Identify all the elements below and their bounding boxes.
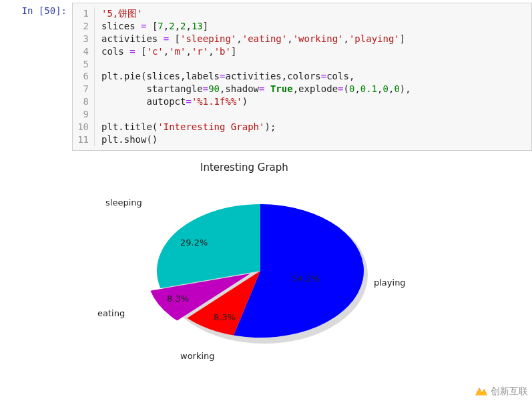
label-sleeping: sleeping	[105, 197, 142, 208]
pct-playing: 54.2%	[292, 274, 320, 284]
cell-output: Interesting Graph sleeping 29.2% eating …	[67, 153, 532, 364]
pie-svg	[93, 177, 427, 364]
pct-sleeping: 29.2%	[180, 238, 208, 248]
code-cell: In [50]: 1234567891011 '5,饼图' slices = […	[0, 0, 532, 153]
watermark: 创新互联	[473, 384, 528, 399]
input-prompt: In [50]:	[0, 3, 72, 16]
pct-eating: 8.3%	[167, 294, 189, 304]
label-playing: playing	[374, 278, 406, 288]
code-input[interactable]: 1234567891011 '5,饼图' slices = [7,2,2,13]…	[72, 3, 532, 151]
pie-chart: sleeping 29.2% eating 8.3% working 8.3% …	[93, 177, 427, 364]
logo-icon	[473, 384, 488, 399]
code-text[interactable]: '5,饼图' slices = [7,2,2,13] activities = …	[95, 7, 418, 146]
pct-working: 8.3%	[214, 312, 236, 322]
label-working: working	[180, 351, 215, 361]
label-eating: eating	[97, 308, 125, 318]
chart-title: Interesting Graph	[200, 161, 532, 173]
watermark-text: 创新互联	[491, 386, 528, 398]
line-number-gutter: 1234567891011	[73, 7, 95, 146]
